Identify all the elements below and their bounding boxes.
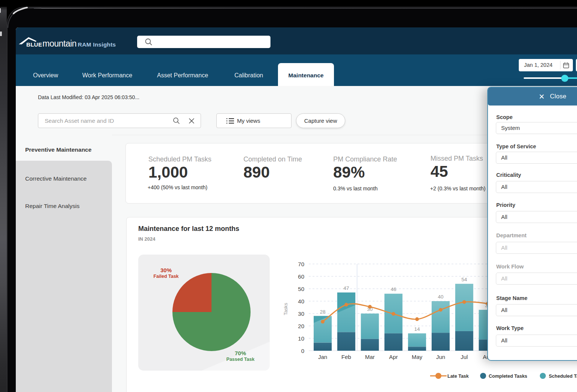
svg-text:0: 0 — [301, 348, 304, 354]
svg-text:70: 70 — [298, 261, 304, 267]
svg-text:14: 14 — [414, 326, 420, 332]
svg-text:Apr: Apr — [389, 354, 398, 360]
svg-text:28: 28 — [320, 309, 325, 315]
svg-text:30: 30 — [298, 311, 304, 317]
svg-text:54: 54 — [461, 277, 467, 282]
svg-text:Mar: Mar — [365, 354, 375, 360]
svg-text:46: 46 — [391, 286, 396, 292]
svg-text:47: 47 — [343, 285, 349, 291]
svg-text:50: 50 — [298, 286, 304, 292]
svg-text:60: 60 — [298, 273, 304, 280]
svg-text:40: 40 — [438, 294, 443, 300]
svg-text:40: 40 — [298, 298, 304, 305]
svg-text:Jul: Jul — [461, 354, 468, 360]
svg-text:May: May — [412, 354, 423, 360]
svg-text:Jan: Jan — [318, 354, 327, 360]
svg-text:20: 20 — [298, 323, 304, 329]
svg-text:Feb: Feb — [341, 354, 351, 360]
svg-text:Jun: Jun — [436, 354, 445, 360]
svg-text:10: 10 — [298, 335, 304, 342]
svg-text:Tasks: Tasks — [283, 303, 288, 315]
